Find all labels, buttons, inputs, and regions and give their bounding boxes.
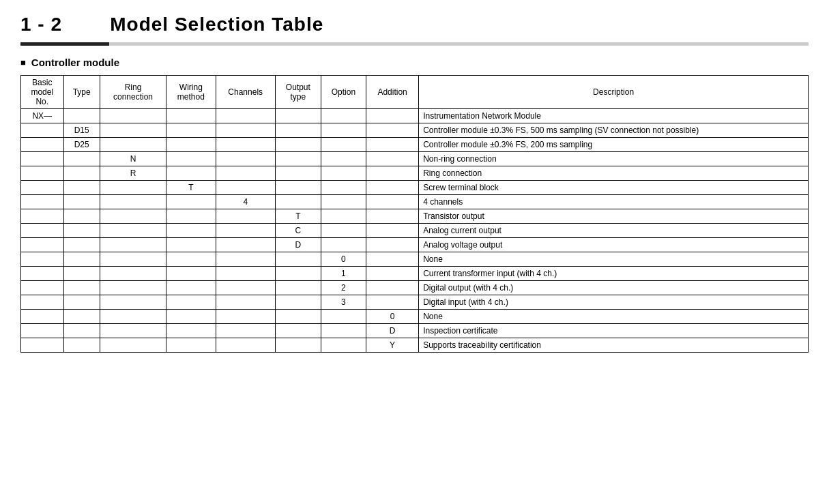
- cell-option: 0: [321, 252, 366, 267]
- cell-ring: [100, 195, 166, 209]
- cell-addition: [366, 209, 419, 224]
- cell-option: [321, 152, 366, 166]
- cell-type: [63, 209, 100, 224]
- cell-output: [275, 281, 321, 295]
- cell-ring: [100, 324, 166, 338]
- cell-basic: [21, 152, 64, 166]
- cell-basic: [21, 310, 64, 324]
- cell-output: [275, 324, 321, 338]
- cell-ring: [100, 252, 166, 267]
- cell-ring: [100, 310, 166, 324]
- cell-output: [275, 310, 321, 324]
- title-bar-light: [109, 42, 809, 46]
- cell-output: [275, 152, 321, 166]
- header-channels: Channels: [216, 76, 275, 109]
- cell-type: [63, 181, 100, 195]
- cell-type: [63, 109, 100, 123]
- cell-output: [275, 267, 321, 281]
- cell-channels: [216, 281, 275, 295]
- cell-channels: [216, 295, 275, 310]
- table-row: TScrew terminal block: [21, 181, 809, 195]
- cell-addition: [366, 181, 419, 195]
- table-header-row: BasicmodelNo. Type Ringconnection Wiring…: [21, 76, 809, 109]
- title-number: 1 - 2: [20, 14, 62, 35]
- table-row: D25Controller module ±0.3% FS, 200 ms sa…: [21, 138, 809, 152]
- cell-type: [63, 281, 100, 295]
- cell-basic: [21, 267, 64, 281]
- cell-option: [321, 138, 366, 152]
- cell-output: [275, 138, 321, 152]
- cell-ring: N: [100, 152, 166, 166]
- cell-channels: [216, 238, 275, 252]
- table-row: 1Current transformer input (with 4 ch.): [21, 267, 809, 281]
- cell-wiring: [166, 123, 216, 138]
- cell-type: [63, 224, 100, 238]
- cell-channels: [216, 338, 275, 353]
- cell-basic: [21, 123, 64, 138]
- cell-output: [275, 109, 321, 123]
- cell-wiring: [166, 295, 216, 310]
- cell-wiring: [166, 252, 216, 267]
- cell-ring: [100, 338, 166, 353]
- cell-ring: [100, 109, 166, 123]
- cell-channels: [216, 209, 275, 224]
- cell-wiring: [166, 281, 216, 295]
- cell-output: [275, 252, 321, 267]
- table-row: TTransistor output: [21, 209, 809, 224]
- cell-basic: [21, 224, 64, 238]
- cell-wiring: [166, 238, 216, 252]
- header-output: Outputtype: [275, 76, 321, 109]
- cell-option: [321, 166, 366, 181]
- header-type: Type: [63, 76, 100, 109]
- cell-ring: [100, 224, 166, 238]
- table-row: 44 channels: [21, 195, 809, 209]
- cell-option: [321, 123, 366, 138]
- cell-type: [63, 295, 100, 310]
- cell-addition: [366, 238, 419, 252]
- cell-channels: [216, 152, 275, 166]
- cell-output: [275, 195, 321, 209]
- cell-ring: [100, 209, 166, 224]
- cell-type: [63, 152, 100, 166]
- cell-output: [275, 181, 321, 195]
- page-title: 1 - 2 Model Selection Table: [20, 14, 809, 46]
- header-wiring: Wiringmethod: [166, 76, 216, 109]
- table-row: YSupports traceability certification: [21, 338, 809, 353]
- cell-channels: [216, 166, 275, 181]
- cell-type: [63, 324, 100, 338]
- cell-channels: [216, 123, 275, 138]
- cell-addition: [366, 281, 419, 295]
- cell-description: Digital output (with 4 ch.): [419, 281, 809, 295]
- cell-description: Controller module ±0.3% FS, 500 ms sampl…: [419, 123, 809, 138]
- cell-option: [321, 209, 366, 224]
- cell-channels: 4: [216, 195, 275, 209]
- cell-basic: [21, 195, 64, 209]
- section-title: Controller module: [31, 57, 119, 68]
- cell-addition: [366, 224, 419, 238]
- cell-description: 4 channels: [419, 195, 809, 209]
- cell-description: Non-ring connection: [419, 152, 809, 166]
- cell-basic: [21, 338, 64, 353]
- cell-output: D: [275, 238, 321, 252]
- cell-option: [321, 338, 366, 353]
- cell-ring: [100, 295, 166, 310]
- cell-output: C: [275, 224, 321, 238]
- cell-ring: [100, 123, 166, 138]
- cell-basic: [21, 295, 64, 310]
- cell-basic: [21, 181, 64, 195]
- cell-option: [321, 109, 366, 123]
- cell-description: Screw terminal block: [419, 181, 809, 195]
- cell-basic: [21, 166, 64, 181]
- cell-basic: [21, 138, 64, 152]
- cell-option: [321, 310, 366, 324]
- table-row: NX—Instrumentation Network Module: [21, 109, 809, 123]
- cell-description: Analog voltage output: [419, 238, 809, 252]
- cell-wiring: [166, 138, 216, 152]
- cell-channels: [216, 324, 275, 338]
- cell-ring: [100, 267, 166, 281]
- cell-wiring: [166, 267, 216, 281]
- table-row: DInspection certificate: [21, 324, 809, 338]
- cell-description: Analog current output: [419, 224, 809, 238]
- table-row: 2Digital output (with 4 ch.): [21, 281, 809, 295]
- cell-option: [321, 238, 366, 252]
